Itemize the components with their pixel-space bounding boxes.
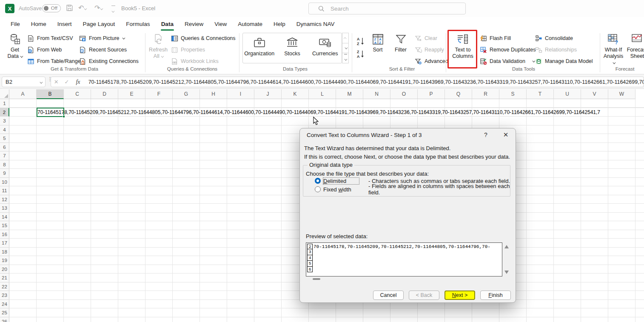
quick-access-customize-icon[interactable] — [111, 3, 115, 14]
preview-scroll-down-icon[interactable] — [504, 271, 509, 274]
sort-button[interactable]: ZAAZ Sort — [368, 33, 388, 53]
row-header-17[interactable]: 17 — [0, 239, 9, 248]
preview-hscroll-thumb[interactable] — [313, 278, 320, 280]
column-header-M[interactable]: M — [336, 89, 363, 99]
autosave-toggle[interactable]: Off — [42, 4, 61, 12]
fill-handle[interactable] — [63, 115, 65, 118]
tab-insert[interactable]: Insert — [52, 18, 77, 31]
row-header-7[interactable]: 7 — [0, 151, 9, 160]
from-picture-button[interactable]: From Picture — [79, 34, 139, 43]
filter-button[interactable]: Filter — [390, 33, 411, 53]
row-header-12[interactable]: 12 — [0, 195, 9, 204]
remove-duplicates-button[interactable]: Remove Duplicates — [480, 46, 536, 54]
reapply-filter-button[interactable]: Reapply — [415, 46, 448, 54]
dialog-help-button[interactable]: ? — [482, 131, 490, 138]
row-header-11[interactable]: 11 — [0, 186, 9, 195]
existing-connections-button[interactable]: Existing Connections — [79, 57, 139, 66]
gallery-scroll-down-button[interactable] — [342, 43, 349, 54]
clear-filter-button[interactable]: Clear — [415, 34, 448, 43]
column-header-E[interactable]: E — [118, 89, 145, 99]
from-web-button[interactable]: From Web — [27, 46, 81, 54]
row-header-18[interactable]: 18 — [0, 248, 9, 256]
data-type-currencies[interactable]: Currencies — [309, 33, 342, 63]
formula-bar-grip-icon[interactable]: ⋮ — [47, 77, 49, 87]
tab-dynamics-nav[interactable]: Dynamics NAV — [291, 18, 340, 31]
tab-page-layout[interactable]: Page Layout — [77, 18, 121, 31]
relationships-button[interactable]: Relationships — [535, 46, 593, 54]
preview-scroll-up-icon[interactable] — [504, 245, 509, 248]
search-input[interactable]: Search — [308, 3, 466, 14]
get-data-button[interactable]: Get Data — [4, 33, 26, 60]
column-header-R[interactable]: R — [472, 89, 499, 99]
data-type-stocks[interactable]: Stocks — [276, 33, 308, 63]
column-header-D[interactable]: D — [91, 89, 118, 99]
row-header-21[interactable]: 21 — [0, 274, 9, 282]
undo-icon[interactable]: ↶ — [78, 4, 86, 12]
fixed-width-label[interactable]: Fixed width — [323, 186, 359, 193]
gallery-more-button[interactable] — [342, 53, 349, 63]
row-header-13[interactable]: 13 — [0, 204, 9, 213]
column-header-N[interactable]: N — [363, 89, 390, 99]
row-header-3[interactable]: 3 — [0, 117, 9, 125]
row-header-19[interactable]: 19 — [0, 256, 9, 265]
sort-za-button[interactable]: ZA — [356, 49, 365, 60]
selection-box-b2[interactable] — [37, 108, 64, 117]
row-header-20[interactable]: 20 — [0, 265, 9, 274]
back-button[interactable]: < Back — [409, 291, 439, 300]
data-type-organization[interactable]: Organization — [243, 33, 276, 63]
tab-file[interactable]: File — [5, 18, 26, 31]
recent-sources-button[interactable]: Recent Sources — [79, 46, 139, 54]
column-header-I[interactable]: I — [227, 89, 254, 99]
column-header-W[interactable]: W — [608, 89, 635, 99]
delimited-label[interactable]: Delimited — [323, 178, 359, 184]
row-header-10[interactable]: 10 — [0, 178, 9, 187]
consolidate-button[interactable]: Consolidate — [535, 34, 593, 43]
column-header-Q[interactable]: Q — [445, 89, 472, 99]
flash-fill-button[interactable]: Flash Fill — [480, 34, 536, 43]
cancel-entry-icon[interactable]: ✕ — [51, 79, 62, 85]
row-header-15[interactable]: 15 — [0, 221, 9, 230]
tab-data[interactable]: Data — [156, 18, 179, 31]
row-header-5[interactable]: 5 — [0, 134, 9, 143]
fixed-width-radio[interactable] — [315, 186, 321, 192]
tab-view[interactable]: View — [209, 18, 232, 31]
column-header-H[interactable]: H — [200, 89, 227, 99]
finish-button[interactable]: Finish — [480, 291, 511, 300]
manage-data-model-button[interactable]: Manage Data Model — [535, 57, 593, 66]
row-header-24[interactable]: 24 — [0, 300, 9, 309]
gallery-scroll-up-button[interactable] — [342, 33, 349, 43]
confirm-entry-icon[interactable]: ✓ — [62, 79, 72, 85]
column-header-F[interactable]: F — [145, 89, 173, 99]
column-header-V[interactable]: V — [581, 89, 608, 99]
tab-review[interactable]: Review — [179, 18, 209, 31]
column-header-B[interactable]: B — [37, 89, 64, 99]
tab-help[interactable]: Help — [268, 18, 291, 31]
delimited-radio[interactable] — [315, 178, 321, 184]
column-header-U[interactable]: U — [554, 89, 581, 99]
tab-automate[interactable]: Automate — [232, 18, 268, 31]
row-header-14[interactable]: 14 — [0, 213, 9, 222]
name-box[interactable]: B2 — [2, 77, 46, 87]
tab-formulas[interactable]: Formulas — [120, 18, 155, 31]
from-text-csv-button[interactable]: From Text/CSV — [27, 34, 81, 43]
excel-logo-icon[interactable]: X — [5, 4, 14, 13]
column-header-P[interactable]: P — [418, 89, 445, 99]
formula-input[interactable]: ✕ ✓ fx 70-11645178,70-11645209,70-116452… — [51, 77, 644, 87]
row-header-26[interactable]: 26 — [0, 317, 9, 322]
column-header-L[interactable]: L — [309, 89, 336, 99]
next-button[interactable]: Next > — [445, 291, 475, 300]
tab-home[interactable]: Home — [26, 18, 52, 31]
row-header-16[interactable]: 16 — [0, 230, 9, 239]
column-header-T[interactable]: T — [527, 89, 554, 99]
insert-function-icon[interactable]: fx — [72, 79, 84, 85]
row-header-6[interactable]: 6 — [0, 143, 9, 152]
column-header-O[interactable]: O — [390, 89, 418, 99]
workbook-links-button[interactable]: Workbook Links — [171, 57, 236, 66]
save-icon[interactable] — [66, 4, 73, 13]
forecast-sheet-button[interactable]: Forecast Sheet — [626, 33, 644, 60]
from-table-range-button[interactable]: From Table/Range — [27, 57, 81, 66]
column-header-K[interactable]: K — [282, 89, 309, 99]
row-header-1[interactable]: 1 — [0, 99, 9, 108]
data-validation-button[interactable]: Data Validation — [480, 57, 536, 66]
row-header-8[interactable]: 8 — [0, 160, 9, 169]
